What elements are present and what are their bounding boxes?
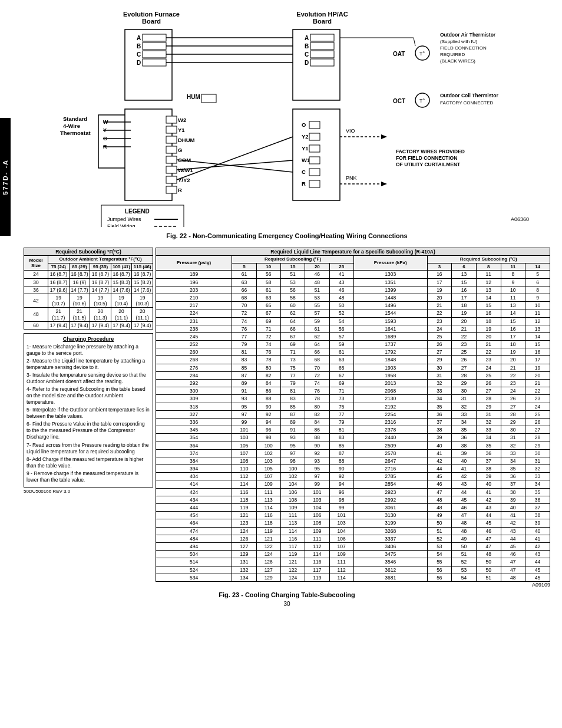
charging-step: 5- Interpolate if the Outdoor ambient te… bbox=[27, 407, 150, 420]
svg-text:T°: T° bbox=[419, 51, 425, 57]
svg-rect-56 bbox=[166, 156, 177, 163]
table-row: 1896156514641130316131185 bbox=[156, 271, 550, 278]
side-label-text: 577D- -A bbox=[2, 159, 9, 195]
svg-text:C: C bbox=[137, 51, 141, 58]
table-row: 4341181131081039829924845423936 bbox=[156, 496, 550, 503]
table-row: 268837873686318482926232017 bbox=[156, 356, 550, 364]
svg-text:REQUIRED: REQUIRED bbox=[440, 52, 465, 57]
sc-f-header: 15 bbox=[280, 263, 305, 271]
right-table: Required Liquid Line Temperature for a S… bbox=[156, 248, 550, 582]
sc-f-header: 20 bbox=[305, 263, 329, 271]
right-col: Required Liquid Line Temperature for a S… bbox=[156, 248, 550, 582]
table-row: 1966358534843135117151296 bbox=[156, 278, 550, 286]
svg-text:DHUM: DHUM bbox=[178, 137, 195, 143]
charging-step: 9 - Remove charge if the measured temper… bbox=[27, 470, 150, 483]
sc-c-header: 8 bbox=[476, 263, 501, 271]
table-row: 45412111611110610131304947444138 bbox=[156, 512, 550, 519]
svg-text:A: A bbox=[137, 35, 141, 41]
table-row: 394110105100959027164441383532 bbox=[156, 465, 550, 473]
wiring-diagram: Evolution Furnace Board Evolution HP/AC … bbox=[24, 6, 550, 230]
side-label: 577D- -A bbox=[0, 118, 11, 236]
table-row: 300918681767120683330272422 bbox=[156, 387, 550, 395]
page-container: 577D- -A Evolution Furnace Board Evoluti… bbox=[0, 0, 562, 613]
svg-rect-50 bbox=[166, 126, 177, 133]
sc-c-header: 3 bbox=[427, 263, 452, 271]
svg-text:(BLACK WIRES): (BLACK WIRES) bbox=[440, 58, 475, 64]
svg-rect-48 bbox=[166, 116, 177, 123]
svg-rect-6 bbox=[143, 34, 166, 41]
table-row: 414114109104999428544643403734 bbox=[156, 480, 550, 488]
svg-text:R: R bbox=[302, 180, 306, 187]
fig22-caption: Fig. 22 - Non-Communicating Emergency Co… bbox=[166, 232, 407, 239]
svg-text:Evolution HP/AC: Evolution HP/AC bbox=[296, 11, 348, 18]
svg-rect-58 bbox=[166, 166, 177, 173]
sc-f-header: 10 bbox=[256, 263, 280, 271]
table-row: 231746964595415932320181512 bbox=[156, 317, 550, 325]
svg-text:C: C bbox=[302, 169, 306, 175]
left-sub-header: Outdoor Ambient Temperature °F(°C) bbox=[48, 256, 153, 263]
table-row: 224726762575215442219161411 bbox=[156, 309, 550, 317]
svg-rect-60 bbox=[166, 176, 177, 183]
charging-procedure-title: Charging Procedure bbox=[27, 336, 150, 342]
table-row: 238767166615616412421191613 bbox=[156, 325, 550, 332]
svg-text:Thermostat: Thermostat bbox=[60, 130, 91, 136]
charging-step: 8- Add Charge if the measured temperatur… bbox=[27, 456, 150, 469]
svg-rect-67 bbox=[309, 133, 320, 140]
svg-rect-37 bbox=[201, 94, 216, 103]
sc-c-header: 11 bbox=[501, 263, 525, 271]
svg-text:FIELD CONNECTION: FIELD CONNECTION bbox=[440, 45, 487, 51]
svg-text:B: B bbox=[305, 43, 309, 50]
svg-text:W/W1: W/W1 bbox=[178, 167, 194, 173]
svg-text:R: R bbox=[178, 187, 182, 193]
svg-text:LEGEND: LEGEND bbox=[125, 208, 150, 215]
charging-procedure: Charging Procedure 1- Measure Discharge … bbox=[24, 333, 153, 487]
table-row: 4441191141091049930614846434037 bbox=[156, 504, 550, 512]
right-sub-c-header: Required Subcooling (°C) bbox=[427, 256, 550, 263]
table-row: 2416 (8.7)16 (8.7)16 (8.7)16 (8.7)16 (8.… bbox=[24, 271, 153, 278]
pressure-psig-header: Pressure (psig) bbox=[156, 256, 232, 271]
table-row: 245777267625716892522201714 bbox=[156, 332, 550, 340]
table-row: 4241161111061019629234744413835 bbox=[156, 488, 550, 496]
svg-text:B: B bbox=[137, 43, 141, 50]
svg-text:PNK: PNK bbox=[346, 175, 357, 181]
svg-text:Outdoor Coil Thermistor: Outdoor Coil Thermistor bbox=[440, 93, 498, 98]
amb-temp-header: 75 (24) bbox=[48, 263, 70, 271]
svg-rect-62 bbox=[166, 186, 177, 193]
table-row: 46412311811310810331995048454239 bbox=[156, 519, 550, 527]
svg-text:A06360: A06360 bbox=[511, 216, 529, 222]
table-row: 284878277726719583128252220 bbox=[156, 371, 550, 379]
svg-text:Y1: Y1 bbox=[178, 127, 185, 133]
svg-text:D: D bbox=[137, 60, 141, 66]
svg-text:OF UTILITY CURTAILMENT: OF UTILITY CURTAILMENT bbox=[396, 162, 461, 167]
svg-rect-54 bbox=[166, 146, 177, 153]
svg-rect-17 bbox=[310, 42, 334, 50]
charging-step: 4- Refer to the required Subcooling in t… bbox=[27, 386, 150, 406]
svg-text:HUM: HUM bbox=[187, 94, 200, 100]
svg-rect-12 bbox=[143, 59, 166, 66]
table-row: 49412712211711210734065350474542 bbox=[156, 542, 550, 550]
table-row: 36410510095908525094038353229 bbox=[156, 442, 550, 449]
table-row: 48412612111611110633375249474441 bbox=[156, 535, 550, 542]
svg-text:FACTORY WIRES PROVIDED: FACTORY WIRES PROVIDED bbox=[396, 149, 465, 154]
svg-text:OAT: OAT bbox=[393, 51, 405, 57]
svg-rect-52 bbox=[166, 136, 177, 143]
pressure-kpa-header: Pressure (kPa) bbox=[353, 256, 427, 271]
table-row: 4821 (11.7)21 (11.5)20 (11.3)20 (11.1)20… bbox=[24, 308, 153, 321]
table-row: 47412411911410910432685148464340 bbox=[156, 527, 550, 535]
svg-text:D: D bbox=[305, 60, 309, 66]
amb-temp-header: 105 (41) bbox=[111, 263, 132, 271]
svg-text:Standard: Standard bbox=[63, 116, 87, 122]
table-row: 3451019691868123783835333027 bbox=[156, 426, 550, 434]
table-row: 318959085807521923532292724 bbox=[156, 403, 550, 410]
table-row: 20366615651461399191613108 bbox=[156, 286, 550, 294]
svg-text:C: C bbox=[305, 51, 309, 58]
table-row: 276858075706519033027242119 bbox=[156, 364, 550, 371]
svg-rect-15 bbox=[310, 34, 334, 41]
svg-text:FACTORY CONNECTED: FACTORY CONNECTED bbox=[440, 100, 493, 106]
left-col: Required Subcooling °F(°C) Model Size Ou… bbox=[24, 248, 153, 582]
table-row: 37410710297928725784139363330 bbox=[156, 449, 550, 457]
svg-text:G: G bbox=[178, 147, 182, 153]
svg-rect-73 bbox=[309, 169, 320, 176]
svg-text:VIO: VIO bbox=[346, 128, 355, 134]
table-row: 404112107102979227854542393633 bbox=[156, 473, 550, 480]
